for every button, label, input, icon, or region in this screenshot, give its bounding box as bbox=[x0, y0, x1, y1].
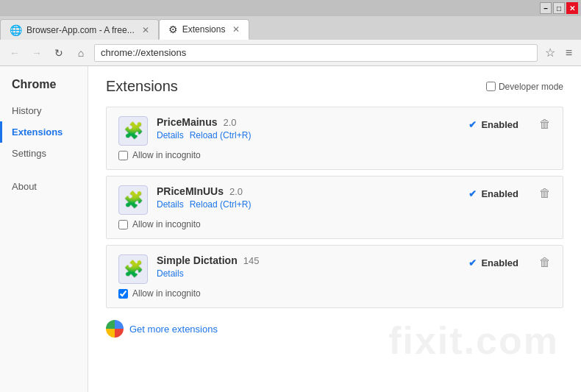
extension-icon-simpledictation: 🧩 bbox=[118, 254, 148, 284]
tab-close-2[interactable]: ✕ bbox=[232, 24, 240, 35]
address-input-wrap bbox=[94, 44, 538, 62]
extension-row-priceminuus: 🧩 PRiceMInUUs 2.0 Details Reload (Ctrl+R… bbox=[118, 185, 551, 215]
extension-version-pricemainus: 2.0 bbox=[223, 117, 236, 128]
extension-version-simpledictation: 145 bbox=[243, 255, 260, 266]
home-button[interactable]: ⌂ bbox=[72, 44, 90, 62]
incognito-row-pricemainus: Allow in incognito bbox=[118, 150, 551, 160]
tab-favicon-1: 🌐 bbox=[10, 24, 22, 36]
extension-item-priceminuus: 🧩 PRiceMInUUs 2.0 Details Reload (Ctrl+R… bbox=[106, 176, 563, 239]
main-layout: Chrome History Extensions Settings About… bbox=[0, 66, 581, 392]
sidebar-item-settings[interactable]: Settings bbox=[0, 143, 88, 164]
extension-info-priceminuus: PRiceMInUUs 2.0 Details Reload (Ctrl+R) bbox=[157, 185, 460, 214]
extension-delete-simpledictation[interactable]: 🗑 bbox=[539, 256, 551, 269]
extension-enabled-label-pricemainus: Enabled bbox=[481, 119, 518, 130]
developer-mode-toggle[interactable]: Developer mode bbox=[486, 82, 563, 92]
forward-button[interactable]: → bbox=[28, 44, 46, 62]
bookmark-button[interactable]: ☆ bbox=[542, 46, 558, 60]
extension-enabled-simpledictation: ✔ Enabled bbox=[468, 257, 518, 268]
extension-enabled-label-priceminuus: Enabled bbox=[481, 188, 518, 199]
incognito-checkbox-pricemainus[interactable] bbox=[118, 151, 128, 160]
address-bar: ← → ↻ ⌂ ☆ ≡ bbox=[0, 40, 581, 66]
extension-version-priceminuus: 2.0 bbox=[229, 186, 243, 197]
incognito-checkbox-simpledictation[interactable] bbox=[118, 289, 128, 299]
tab-bar: 🌐 Browser-App.com - A free... ✕ ⚙ Extens… bbox=[0, 16, 581, 40]
extension-item-simpledictation: 🧩 Simple Dictation 145 Details ✔ Enabled… bbox=[106, 245, 563, 308]
close-button[interactable]: ✕ bbox=[566, 2, 578, 14]
developer-mode-checkbox[interactable] bbox=[486, 82, 496, 91]
minimize-button[interactable]: – bbox=[540, 2, 552, 14]
reload-button[interactable]: ↻ bbox=[50, 44, 68, 62]
extension-name-pricemainus: PriceMainus bbox=[157, 116, 217, 128]
extension-delete-pricemainus[interactable]: 🗑 bbox=[539, 118, 551, 131]
extension-details-priceminuus[interactable]: Details bbox=[157, 199, 184, 210]
incognito-label-priceminuus: Allow in incognito bbox=[132, 219, 201, 229]
extension-details-pricemainus[interactable]: Details bbox=[157, 130, 184, 140]
extension-enabled-pricemainus: ✔ Enabled bbox=[468, 119, 518, 130]
get-more-extensions-row: Get more extensions bbox=[106, 317, 563, 341]
extension-delete-priceminuus[interactable]: 🗑 bbox=[539, 187, 551, 200]
tab-extensions[interactable]: ⚙ Extensions ✕ bbox=[159, 19, 250, 40]
extension-reload-pricemainus[interactable]: Reload (Ctrl+R) bbox=[190, 130, 252, 140]
extension-icon-pricemainus: 🧩 bbox=[118, 116, 148, 146]
extension-enabled-label-simpledictation: Enabled bbox=[481, 257, 518, 268]
get-more-extensions-link[interactable]: Get more extensions bbox=[129, 324, 218, 335]
sidebar-item-about[interactable]: About bbox=[0, 176, 88, 197]
extension-info-simpledictation: Simple Dictation 145 Details bbox=[157, 254, 460, 283]
developer-mode-label: Developer mode bbox=[499, 82, 563, 92]
sidebar-item-extensions[interactable]: Extensions bbox=[0, 121, 88, 143]
tab-label-1: Browser-App.com - A free... bbox=[26, 25, 135, 35]
extension-row-pricemainus: 🧩 PriceMainus 2.0 Details Reload (Ctrl+R… bbox=[118, 116, 551, 146]
extension-name-simpledictation: Simple Dictation bbox=[157, 254, 238, 266]
chrome-webstore-icon bbox=[106, 320, 124, 338]
extension-info-pricemainus: PriceMainus 2.0 Details Reload (Ctrl+R) bbox=[157, 116, 460, 145]
incognito-row-priceminuus: Allow in incognito bbox=[118, 219, 551, 229]
extension-details-simpledictation[interactable]: Details bbox=[157, 268, 184, 279]
incognito-row-simpledictation: Allow in incognito bbox=[118, 288, 551, 299]
title-bar: – □ ✕ bbox=[0, 0, 581, 16]
extension-item-pricemainus: 🧩 PriceMainus 2.0 Details Reload (Ctrl+R… bbox=[106, 107, 563, 170]
content-header: Extensions Developer mode bbox=[106, 78, 563, 95]
chrome-menu-button[interactable]: ≡ bbox=[563, 46, 575, 60]
extension-name-priceminuus: PRiceMInUUs bbox=[157, 185, 224, 197]
incognito-label-pricemainus: Allow in incognito bbox=[132, 150, 201, 160]
extension-reload-priceminuus[interactable]: Reload (Ctrl+R) bbox=[190, 199, 252, 210]
incognito-checkbox-priceminuus[interactable] bbox=[118, 220, 128, 229]
extension-row-simpledictation: 🧩 Simple Dictation 145 Details ✔ Enabled… bbox=[118, 254, 551, 284]
extension-icon-priceminuus: 🧩 bbox=[118, 185, 148, 215]
incognito-label-simpledictation: Allow in incognito bbox=[132, 288, 201, 299]
maximize-button[interactable]: □ bbox=[553, 2, 565, 14]
page-title: Extensions bbox=[106, 78, 178, 95]
extension-enabled-priceminuus: ✔ Enabled bbox=[468, 188, 518, 199]
tab-label-2: Extensions bbox=[182, 24, 226, 35]
sidebar: Chrome History Extensions Settings About bbox=[0, 66, 88, 392]
tab-close-1[interactable]: ✕ bbox=[142, 25, 149, 35]
sidebar-title: Chrome bbox=[0, 78, 88, 100]
content-area: Extensions Developer mode 🧩 PriceMainus … bbox=[88, 66, 581, 392]
address-input[interactable] bbox=[101, 47, 531, 58]
tab-browser-app[interactable]: 🌐 Browser-App.com - A free... ✕ bbox=[0, 19, 159, 40]
tab-favicon-2: ⚙ bbox=[168, 24, 178, 35]
back-button[interactable]: ← bbox=[6, 44, 24, 62]
sidebar-item-history[interactable]: History bbox=[0, 100, 88, 121]
